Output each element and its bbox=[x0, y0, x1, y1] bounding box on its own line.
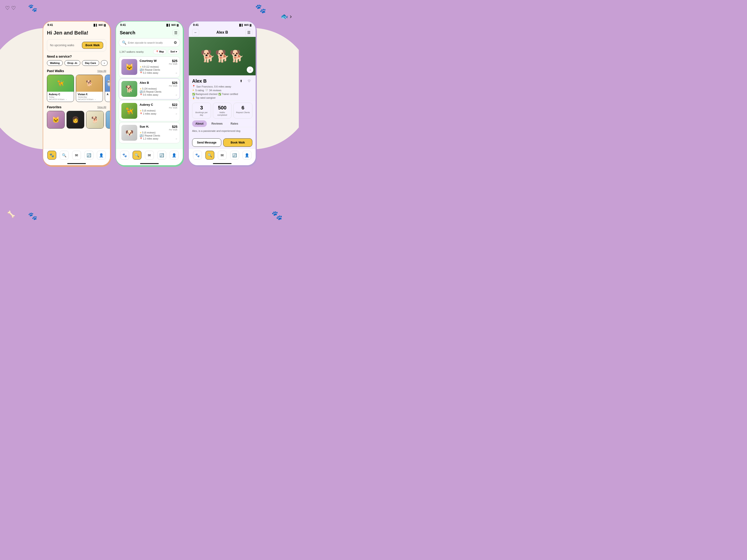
bottom-nav-1: 🐾 🔍 ✉ 🔄 👤 bbox=[43, 149, 110, 162]
map-button[interactable]: 📍 Map bbox=[153, 49, 166, 54]
p3-hamburger-icon: ☰ bbox=[247, 30, 251, 35]
check-icon-trainer: ✅ bbox=[218, 93, 221, 96]
walker-card-aubreyc[interactable]: 🦮 Aubrey C $22 Per Walk ★ 5 (6 reviews) bbox=[119, 100, 180, 121]
p3-page-title: Alex B bbox=[216, 30, 228, 34]
walker-name-row-sueh: Sue H. $25 Per Walk bbox=[139, 125, 177, 131]
walker-name-row-courtney: Courtney W $25 Per Walk bbox=[139, 59, 177, 65]
fav-card-2[interactable]: 👩 bbox=[67, 111, 84, 129]
p2-search-bar: 🔍 ⚙ bbox=[119, 38, 180, 47]
p3-stats-row: 3 Bookings per day 500 Walks completed 6… bbox=[189, 101, 256, 121]
p3-menu-button[interactable]: ☰ bbox=[246, 29, 252, 36]
walker-price-aubreyc: $22 Per Walk bbox=[169, 103, 177, 109]
walk-card-name-1: Aubrey C bbox=[49, 93, 72, 96]
stat-walks-label: Walks completed bbox=[214, 111, 230, 116]
tab-reviews[interactable]: Reviews bbox=[208, 121, 226, 127]
nav-home-1[interactable]: 🐾 bbox=[47, 151, 56, 160]
walker-price-alexb: $25 Per Walk bbox=[169, 81, 177, 87]
service-drop-in[interactable]: Drop -In bbox=[65, 60, 80, 66]
bone-decoration: 🦴 bbox=[7, 211, 15, 218]
nav-search-3[interactable]: 🔍 bbox=[205, 151, 214, 160]
walker-info-courtney: Courtney W $25 Per Walk ★ 4.9 (12 review… bbox=[139, 59, 177, 75]
walker-repeat-alexb: 🔄 15 Repeat Clients bbox=[139, 90, 177, 93]
walk-card-1[interactable]: 🦮 Aubrey C Today 04/14/23 9:00am → bbox=[47, 75, 74, 102]
home-bar-1 bbox=[67, 163, 86, 164]
filter-icon[interactable]: ⚙ bbox=[174, 41, 177, 45]
nav-messages-1[interactable]: ✉ bbox=[72, 151, 81, 160]
p1-walks-row: 🦮 Aubrey C Today 04/14/23 9:00am → 🐕 Viv… bbox=[43, 74, 110, 104]
fish-decoration: 🐟 › bbox=[281, 13, 292, 20]
sort-button[interactable]: Sort ▾ bbox=[168, 49, 180, 54]
share-button[interactable]: ⬆ bbox=[238, 78, 244, 84]
fav-card-3[interactable]: 🐕 bbox=[86, 111, 104, 129]
nav-profile-2[interactable]: 👤 bbox=[170, 151, 179, 160]
walker-card-courtney[interactable]: 🐱 Courtney W $25 Per Walk ★ 4.9 (12 revi… bbox=[119, 56, 180, 77]
walker-card-sueh[interactable]: 🐶 Sue H. $25 Per Walk ★ 5 (6 reviews) bbox=[119, 122, 180, 143]
tab-about[interactable]: About bbox=[192, 121, 207, 127]
nav-profile-3[interactable]: 👤 bbox=[242, 151, 251, 160]
service-day-care[interactable]: Day Care bbox=[82, 60, 99, 66]
p2-header: Search ☰ bbox=[116, 28, 183, 37]
walker-price-courtney: $25 Per Walk bbox=[169, 59, 177, 65]
p3-footer-buttons: Send Message Book Walk bbox=[189, 136, 256, 149]
nav-home-3[interactable]: 🐾 bbox=[193, 151, 202, 160]
tab-rates[interactable]: Rates bbox=[227, 121, 241, 127]
location-icon-3: 📍 bbox=[192, 85, 196, 88]
home-indicator-3 bbox=[189, 162, 256, 165]
walk-card-3[interactable]: 🐩 A bbox=[105, 75, 110, 102]
p1-favorites-view-all[interactable]: View All bbox=[97, 106, 106, 108]
nav-messages-3[interactable]: ✉ bbox=[218, 151, 227, 160]
walk-card-2[interactable]: 🐕 Vivian F. Yesterday 04/14/23 9:00am → bbox=[76, 75, 103, 102]
battery-icon-1: ▓ bbox=[104, 24, 106, 26]
walk-card-info-1: Aubrey C Today 04/14/23 9:00am → bbox=[47, 92, 74, 102]
nav-profile-1[interactable]: 👤 bbox=[97, 151, 106, 160]
p2-menu-icon[interactable]: ☰ bbox=[173, 29, 179, 36]
send-message-button[interactable]: Send Message bbox=[192, 138, 221, 147]
p1-past-walks-view-all[interactable]: View All bbox=[97, 70, 106, 72]
p1-upcoming-card: No upcoming walks Book Walk bbox=[47, 39, 106, 51]
p3-action-buttons: ⬆ ♡ bbox=[238, 78, 252, 84]
p2-title: Search bbox=[120, 30, 135, 35]
nav-refresh-1[interactable]: 🔄 bbox=[84, 151, 93, 160]
service-walking[interactable]: Walking bbox=[47, 60, 63, 66]
p3-hero-image: 🐕🐕🐕 → bbox=[189, 37, 256, 75]
p3-rating-row: ★ 5 rating 🤍 34 reviews bbox=[192, 89, 252, 92]
walker-arrow-sueh: → bbox=[175, 137, 177, 140]
walk-card-date-1: Today bbox=[49, 96, 72, 98]
back-button[interactable]: ← bbox=[192, 29, 199, 36]
nav-refresh-2[interactable]: 🔄 bbox=[157, 151, 166, 160]
walker-dist-alexb: 📍 0.6 miles away → bbox=[139, 94, 177, 96]
p3-hero-arrow-button[interactable]: → bbox=[247, 66, 253, 73]
p3-header: ← Alex B ☰ bbox=[189, 28, 256, 37]
nav-messages-2[interactable]: ✉ bbox=[145, 151, 154, 160]
nav-search-1[interactable]: 🔍 bbox=[60, 151, 69, 160]
p3-badge-row: ✅ Background checked ✅ Trainer certified bbox=[192, 93, 252, 96]
service-more[interactable]: › bbox=[101, 60, 108, 66]
walker-dist-sueh: 📍 1.2 miles away → bbox=[139, 137, 177, 140]
status-icons-2: ▐▌▌ WiFi ▓ bbox=[165, 24, 179, 26]
p1-header: Hi Jen and Bella! bbox=[43, 28, 110, 37]
book-walk-button-3[interactable]: Book Walk bbox=[223, 138, 252, 147]
status-bar-3: 9:41 ▐▌▌ WiFi ▓ bbox=[189, 22, 256, 28]
fav-card-4[interactable]: 🦮 bbox=[106, 111, 110, 129]
walker-arrow-alexb: → bbox=[175, 94, 177, 96]
stat-bookings: 3 Bookings per day bbox=[192, 103, 211, 118]
walker-name-alexb: Alex B bbox=[139, 81, 149, 84]
walker-img-sueh: 🐶 bbox=[121, 125, 137, 141]
nav-search-2[interactable]: 🔍 bbox=[133, 151, 141, 160]
nav-home-2[interactable]: 🐾 bbox=[120, 151, 129, 160]
walker-card-alexb[interactable]: 🐕 Alex B $25 Per Walk ★ 5 (34 reviews) bbox=[119, 78, 180, 99]
fav-img-1: 🐱 bbox=[47, 111, 65, 128]
nav-refresh-3[interactable]: 🔄 bbox=[230, 151, 239, 160]
favorite-button[interactable]: ♡ bbox=[246, 78, 252, 84]
back-arrow-icon: ← bbox=[194, 31, 197, 34]
phone-1: 9:41 ▐▌▌ WiFi ▓ Hi Jen and Bella! No upc… bbox=[43, 21, 110, 166]
fav-card-1[interactable]: 🐱 bbox=[47, 111, 65, 129]
walker-rating-sueh: ★ 5 (6 reviews) bbox=[139, 131, 177, 134]
walker-price-sueh: $25 Per Walk bbox=[169, 125, 177, 131]
p2-results-bar: 1,347 walkers nearby 📍 Map Sort ▾ bbox=[116, 48, 183, 56]
walk-card-img-1: 🦮 bbox=[47, 75, 74, 92]
p1-service-header: Need a service? bbox=[43, 53, 110, 59]
book-walk-button-1[interactable]: Book Walk bbox=[82, 42, 103, 49]
walk-card-date-2: Yesterday bbox=[78, 96, 101, 98]
search-input[interactable] bbox=[128, 41, 172, 44]
